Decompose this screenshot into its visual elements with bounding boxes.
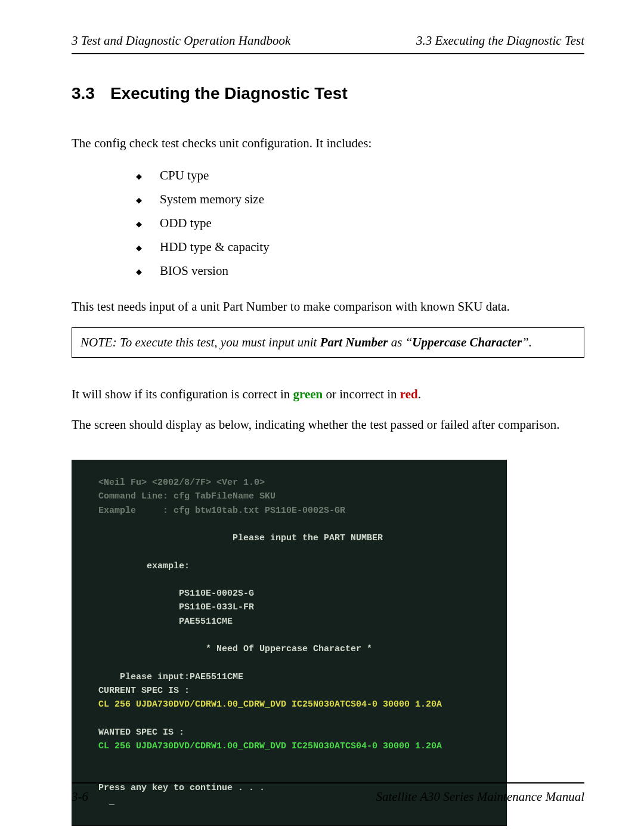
list-item: CPU type <box>136 164 584 188</box>
text-red: red <box>400 387 418 401</box>
check-list: CPU type System memory size ODD type HDD… <box>136 164 584 283</box>
page-footer: 3-6 Satellite A30 Series Maintenance Man… <box>72 782 584 804</box>
colors-paragraph: It will show if its configuration is cor… <box>72 385 584 403</box>
terminal-line: WANTED SPEC IS : <box>98 727 184 738</box>
terminal-line: PS110E-033L-FR <box>98 602 254 612</box>
terminal-screenshot: <Neil Fu> <2002/8/7F> <Ver 1.0> Command … <box>72 460 507 826</box>
page: 3 Test and Diagnostic Operation Handbook… <box>0 0 644 833</box>
terminal-line: * Need Of Uppercase Character * <box>98 644 372 654</box>
terminal-line: <Neil Fu> <2002/8/7F> <Ver 1.0> <box>98 478 265 488</box>
note-text: NOTE: To execute this test, you must inp… <box>80 335 320 349</box>
terminal-line: CURRENT SPEC IS : <box>98 686 190 696</box>
terminal-line: PAE5511CME <box>98 617 233 627</box>
list-item: ODD type <box>136 212 584 236</box>
terminal-line: Example : cfg btw10tab.txt PS110E-0002S-… <box>98 506 345 516</box>
note-text: as “ <box>388 335 412 349</box>
section-number: 3.3 <box>72 84 95 103</box>
footer-manual-title: Satellite A30 Series Maintenance Manual <box>376 789 584 804</box>
text: or incorrect in <box>323 387 400 401</box>
terminal-line: PS110E-0002S-G <box>98 589 254 599</box>
intro-paragraph: The config check test checks unit config… <box>72 134 584 152</box>
text-green: green <box>293 387 323 401</box>
note-box: NOTE: To execute this test, you must inp… <box>72 327 584 358</box>
terminal-line-current-spec: CL 256 UJDA730DVD/CDRW1.00_CDRW_DVD IC25… <box>98 699 442 710</box>
section-heading: 3.3Executing the Diagnostic Test <box>72 84 584 103</box>
text: . <box>418 387 421 401</box>
header-right: 3.3 Executing the Diagnostic Test <box>416 33 584 48</box>
terminal-line: Command Line: cfg TabFileName SKU <box>98 491 275 501</box>
footer-page-number: 3-6 <box>72 789 88 804</box>
terminal-line: Please input the PART NUMBER <box>98 533 383 543</box>
note-text: ”. <box>522 335 532 349</box>
text: It will show if its configuration is cor… <box>72 387 293 401</box>
list-item: System memory size <box>136 188 584 212</box>
list-item: BIOS version <box>136 259 584 283</box>
sku-paragraph: This test needs input of a unit Part Num… <box>72 298 584 315</box>
note-bold-uppercase: Uppercase Character <box>412 335 522 349</box>
section-title-text: Executing the Diagnostic Test <box>110 84 348 103</box>
note-bold-partnumber: Part Number <box>320 335 388 349</box>
page-header: 3 Test and Diagnostic Operation Handbook… <box>72 33 584 54</box>
terminal-line: example: <box>98 561 190 571</box>
header-left: 3 Test and Diagnostic Operation Handbook <box>72 33 290 48</box>
screen-paragraph: The screen should display as below, indi… <box>72 416 584 433</box>
terminal-line-wanted-spec: CL 256 UJDA730DVD/CDRW1.00_CDRW_DVD IC25… <box>98 741 442 751</box>
terminal-line: Please input:PAE5511CME <box>98 672 243 682</box>
list-item: HDD type & capacity <box>136 236 584 259</box>
